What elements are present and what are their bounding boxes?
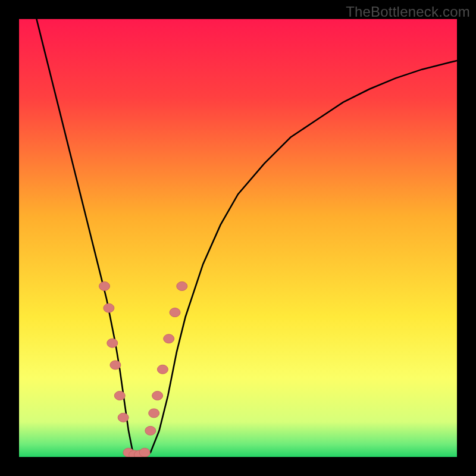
bottleneck-curve	[36, 19, 457, 455]
data-marker	[149, 409, 159, 418]
data-marker	[139, 448, 150, 457]
data-marker	[164, 334, 174, 343]
data-marker	[99, 281, 110, 290]
data-marker	[152, 391, 163, 400]
data-marker	[145, 426, 156, 435]
data-marker	[177, 281, 187, 290]
data-marker	[110, 361, 121, 369]
data-marker	[170, 308, 180, 317]
data-marker	[107, 339, 118, 347]
watermark-text: TheBottleneck.com	[346, 4, 470, 20]
plot-area	[19, 19, 457, 457]
data-marker	[104, 303, 114, 312]
data-marker	[118, 413, 129, 422]
data-marker	[114, 391, 125, 400]
data-marker	[157, 365, 168, 374]
chart-svg	[19, 19, 457, 457]
chart-frame: TheBottleneck.com	[0, 0, 476, 476]
